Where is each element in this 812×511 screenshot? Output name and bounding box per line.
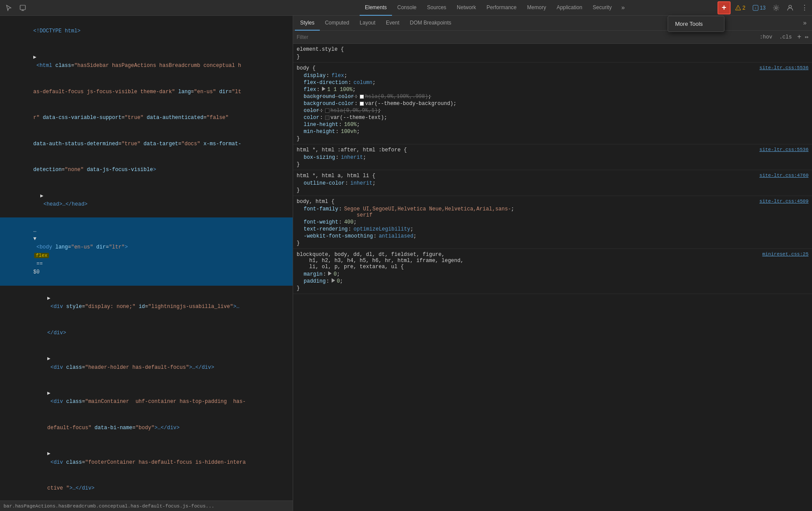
flex-badge: flex: [34, 253, 49, 258]
tab-security[interactable]: Security: [588, 0, 617, 16]
css-prop-text-rendering: text-rendering: optimizeLegibility;: [293, 226, 812, 233]
code-line-html-3: r" data-css-variable-support="true" data…: [0, 105, 293, 131]
css-selector-row: element.style {: [293, 46, 812, 53]
svg-rect-0: [20, 5, 25, 10]
filter-hov[interactable]: :hov: [758, 33, 774, 41]
styles-tabs: Styles Computed Layout Event DOM Breakpo…: [293, 16, 812, 31]
css-prop-margin: margin: 0 ;: [293, 271, 812, 278]
tab-elements[interactable]: Elements: [360, 0, 392, 16]
code-line-footer-2: ctive ">…</div>: [0, 476, 293, 500]
warning-icon: !: [735, 5, 741, 11]
css-block-html-a-li: html *, html a, html li { site-ltr.css:4…: [293, 170, 812, 196]
elements-panel: <!DOCTYPE html> ▶ <html class="hasSideba…: [0, 16, 293, 511]
more-tools-item[interactable]: More Tools: [668, 18, 724, 30]
margin-expand-icon[interactable]: [328, 271, 332, 276]
css-source-body[interactable]: site-ltr.css:5536: [760, 65, 808, 71]
tab-bar-right: + ! 2 i 13: [718, 1, 810, 14]
css-selector-row-body-html: body, html { site-ltr.css:4509: [293, 198, 812, 206]
css-selector-row-body: body { site-ltr.css:5536: [293, 64, 812, 72]
styles-tab-dom[interactable]: DOM Breakpoints: [405, 16, 457, 31]
svg-text:!: !: [737, 7, 738, 10]
color-swatch-c2[interactable]: [325, 116, 329, 120]
css-selector-row-html-star: html *, html :after, html :before { site…: [293, 146, 812, 154]
code-line-body[interactable]: … ▼ <body lang="en-us" dir="ltr"> flex =…: [0, 217, 293, 286]
more-options-btn[interactable]: ⋮: [798, 2, 810, 14]
styles-tab-styles[interactable]: Styles: [295, 16, 320, 31]
color-swatch-bg1[interactable]: [360, 94, 364, 99]
devtools-container: Elements Console Sources Network Perform…: [0, 0, 812, 511]
css-block-html-star: html *, html :after, html :before { site…: [293, 144, 812, 170]
color-swatch-c1[interactable]: [325, 108, 329, 113]
cursor-icon[interactable]: [2, 2, 16, 14]
code-line-lightningjs: ▶ <div style="display: none;" id="lightn…: [0, 286, 293, 320]
code-line-html-5: detection="none" data-js-focus-visible>: [0, 157, 293, 183]
css-close-brace-minireset: }: [293, 285, 812, 292]
color-swatch-bg2[interactable]: [360, 102, 364, 106]
css-selector-body: body {: [297, 65, 315, 71]
info-count: 13: [760, 5, 766, 11]
info-badge[interactable]: i 13: [750, 4, 768, 12]
tab-bar: Elements Console Sources Network Perform…: [0, 0, 812, 16]
filter-plus-btn[interactable]: +: [797, 33, 802, 41]
css-source-html-star[interactable]: site-ltr.css:5536: [760, 147, 808, 153]
code-line-header: ▶ <div class="header-holder has-default-…: [0, 346, 293, 381]
profile-btn[interactable]: [784, 2, 796, 14]
tab-sources[interactable]: Sources: [422, 0, 452, 16]
css-source-html-a-li[interactable]: site-ltr.css:4760: [760, 173, 808, 179]
code-line-main-1: ▶ <div class="mainContainer uhf-containe…: [0, 381, 293, 415]
css-close-brace-body-html: }: [293, 240, 812, 247]
css-close-brace-body: }: [293, 135, 812, 142]
css-prop-padding: padding: 0 ;: [293, 278, 812, 285]
css-selector-row-html-a-li: html *, html a, html li { site-ltr.css:4…: [293, 172, 812, 180]
styles-tab-layout[interactable]: Layout: [354, 16, 381, 31]
code-line-doctype: <!DOCTYPE html>: [0, 18, 293, 45]
svg-point-7: [789, 5, 791, 8]
warning-badge[interactable]: ! 2: [732, 4, 748, 12]
tab-application[interactable]: Application: [551, 0, 588, 16]
add-tab-btn[interactable]: +: [718, 1, 731, 14]
styles-panel: Styles Computed Layout Event DOM Breakpo…: [293, 16, 812, 511]
tab-performance[interactable]: Performance: [481, 0, 522, 16]
tab-memory[interactable]: Memory: [522, 0, 551, 16]
status-text: bar.hasPageActions.hasBreadcrumb.concept…: [4, 504, 214, 509]
css-selector: element.style {: [297, 46, 344, 52]
status-bar: bar.hasPageActions.hasBreadcrumb.concept…: [0, 500, 293, 511]
css-close-brace: }: [293, 53, 812, 60]
filter-input[interactable]: [297, 34, 754, 40]
css-source-body-html[interactable]: site-ltr.css:4509: [760, 199, 808, 205]
styles-tab-computed[interactable]: Computed: [320, 16, 354, 31]
css-prop-font-weight: font-weight: 400;: [293, 219, 812, 226]
filter-cls[interactable]: .cls: [777, 33, 794, 41]
css-close-brace-html-a-li: }: [293, 187, 812, 194]
code-line-html: ▶ <html class="hasSidebar hasPageActions…: [0, 45, 293, 79]
code-line-html-2: as-default-focus js-focus-visible theme-…: [0, 79, 293, 105]
elements-code[interactable]: <!DOCTYPE html> ▶ <html class="hasSideba…: [0, 16, 293, 500]
svg-text:i: i: [755, 6, 756, 10]
flex-expand-icon[interactable]: [322, 87, 326, 91]
filter-expand-btn[interactable]: ⇔: [805, 33, 808, 41]
css-prop-outline-color: outline-color: inherit;: [293, 180, 812, 187]
padding-expand-icon[interactable]: [332, 278, 335, 283]
css-selector-body-html: body, html {: [297, 199, 334, 205]
css-prop-bg-strikethrough: background-color: hsla(0,0%,100%,.998) ;: [293, 93, 812, 100]
tab-console[interactable]: Console: [392, 0, 422, 16]
css-prop-min-height: min-height: 100vh;: [293, 128, 812, 135]
css-selector-minireset: blockquote, body, dd, dl, dt, fieldset, …: [297, 252, 464, 270]
css-selector-row-minireset: blockquote, body, dd, dl, dt, fieldset, …: [293, 251, 812, 271]
css-prop-box-sizing: box-sizing: inherit;: [293, 154, 812, 161]
warning-count: 2: [742, 5, 746, 11]
tab-bar-left: [2, 2, 360, 14]
more-tools-dropdown: More Tools: [668, 16, 724, 32]
css-source-minireset[interactable]: minireset.css:25: [762, 252, 808, 270]
settings-btn[interactable]: [770, 2, 782, 14]
code-line-head: ▶ <head>…</head>: [0, 183, 293, 218]
styles-more-tabs[interactable]: »: [800, 20, 810, 27]
styles-tab-event[interactable]: Event: [381, 16, 405, 31]
device-icon[interactable]: [16, 2, 30, 14]
tab-network[interactable]: Network: [452, 0, 481, 16]
code-line-main-2: default-focus" data-bi-name="body">…</di…: [0, 415, 293, 441]
css-block-body-html: body, html { site-ltr.css:4509 font-fami…: [293, 196, 812, 249]
info-icon: i: [752, 5, 759, 11]
more-tabs-btn[interactable]: »: [617, 2, 629, 14]
main-content: <!DOCTYPE html> ▶ <html class="hasSideba…: [0, 16, 812, 511]
